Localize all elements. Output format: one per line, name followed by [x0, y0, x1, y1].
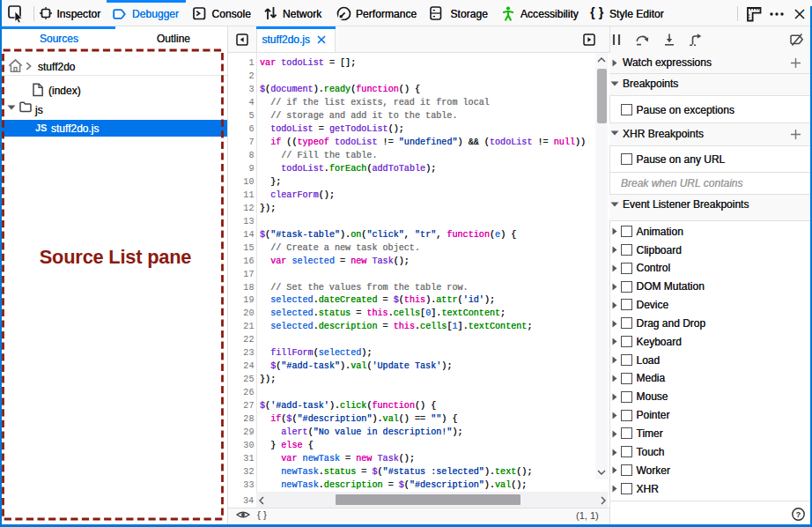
- svg-text:?: ?: [796, 509, 801, 519]
